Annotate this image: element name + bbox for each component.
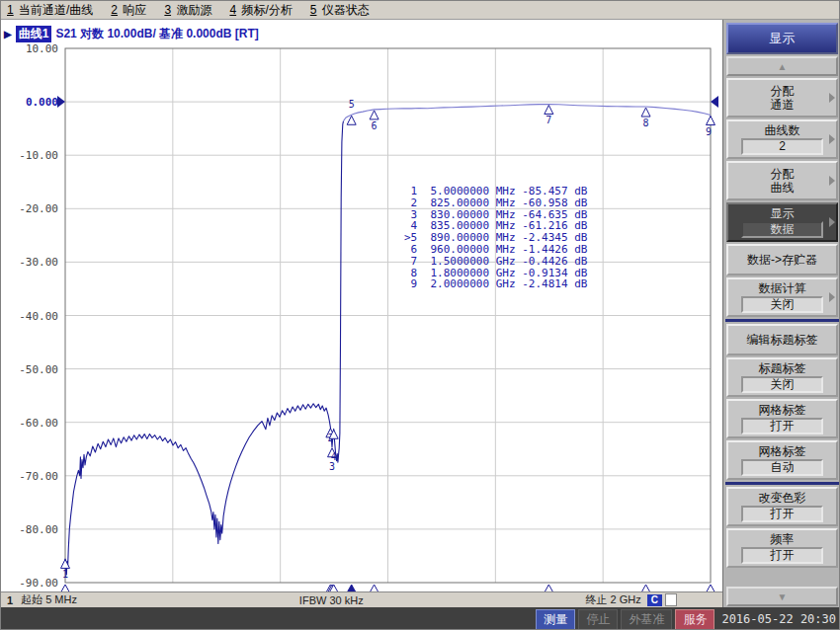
status-measure: 测量 xyxy=(536,609,575,630)
softkey-value: 自动 xyxy=(741,459,823,476)
marker-7-axis-triangle[interactable] xyxy=(544,585,553,591)
softkey-label: 标题标签 xyxy=(759,361,806,375)
marker-6-axis-triangle[interactable] xyxy=(370,585,379,591)
softkey-frequency[interactable]: 频率打开 xyxy=(726,528,838,568)
stop-frequency-label: 终止 2 GHz xyxy=(586,592,641,607)
softkey-change-color[interactable]: 改变色彩打开 xyxy=(726,487,838,526)
softkey-label: 网格标签 xyxy=(759,444,806,458)
softkey-value: 关闭 xyxy=(741,376,823,393)
active-trace-pointer-icon: ▶ xyxy=(4,29,12,39)
softkey-label: 曲线数 xyxy=(765,123,800,137)
marker-5-axis-triangle[interactable] xyxy=(347,585,357,591)
marker-7-label: 7 xyxy=(546,115,551,125)
submenu-arrow-icon xyxy=(829,217,835,227)
softkey-scroll-up-button[interactable]: ▲ xyxy=(726,56,838,76)
y-axis-tick-label: -90.00 xyxy=(19,577,58,590)
y-axis-tick-label: -80.00 xyxy=(19,523,58,536)
menu-item-2[interactable]: 2 响应 xyxy=(111,2,146,19)
softkey-grid-label[interactable]: 网格标签打开 xyxy=(726,399,838,438)
marker-1-label: 1 xyxy=(62,569,68,580)
submenu-arrow-icon xyxy=(829,176,835,186)
y-axis-tick-label: -60.00 xyxy=(19,417,58,430)
marker-row-6: 6 960.00000 MHz -1.4426 dB xyxy=(404,244,587,256)
softkey-label: 频率 xyxy=(771,532,795,546)
marker-row-7: 7 1.5000000 GHz -0.4426 dB xyxy=(404,256,587,268)
menu-item-5[interactable]: 5 仪器状态 xyxy=(310,2,370,19)
s21-chart: 10.000.000-10.00-20.00-30.00-40.00-50.00… xyxy=(1,20,722,591)
start-frequency-label: 起始 5 MHz xyxy=(21,592,77,607)
status-stop: 停止 xyxy=(578,609,618,630)
softkey-value: 打开 xyxy=(741,418,823,434)
calibration-badge: C xyxy=(647,594,662,606)
frequency-bar: 1 起始 5 MHz IFBW 30 kHz 终止 2 GHz C xyxy=(1,591,722,607)
softkey-title-label[interactable]: 标题标签关闭 xyxy=(726,357,838,397)
softkey-allocate-trace[interactable]: 分配曲线 xyxy=(726,161,838,200)
submenu-arrow-icon xyxy=(829,93,835,103)
softkey-value: 打开 xyxy=(741,547,823,564)
marker-row-9: 9 2.0000000 GHz -2.4814 dB xyxy=(404,278,587,290)
y-axis-tick-label: -70.00 xyxy=(19,470,58,483)
calibration-indicator-box xyxy=(665,593,677,606)
menu-item-4[interactable]: 4 频标/分析 xyxy=(229,2,292,19)
y-axis-tick-label: -40.00 xyxy=(19,310,58,323)
softkey-button-list: 分配通道曲线数2分配曲线显示数据数据->存贮器数据计算关闭编辑标题标签标题标签关… xyxy=(725,77,839,569)
softkey-label: 通道 xyxy=(771,98,795,112)
softkey-label: 分配 xyxy=(771,84,795,98)
marker-readout-table: 1 5.0000000 MHz -85.457 dB 2 825.00000 M… xyxy=(404,186,587,290)
marker-6-label: 6 xyxy=(372,120,378,131)
softkey-sidebar: 显示 ▲ 分配通道曲线数2分配曲线显示数据数据->存贮器数据计算关闭编辑标题标签… xyxy=(722,20,840,607)
trace-name-chip[interactable]: 曲线1 xyxy=(16,26,52,42)
softkey-display-data[interactable]: 显示数据 xyxy=(726,202,838,242)
status-indicators: 测量停止外基准服务 xyxy=(536,609,714,630)
menu-item-1[interactable]: 1 当前通道/曲线 xyxy=(7,2,93,19)
marker-3-label: 3 xyxy=(329,461,335,472)
menu-item-3[interactable]: 3 激励源 xyxy=(164,2,211,19)
ifbw-label: IFBW 30 kHz xyxy=(299,594,364,606)
softkey-allocate-channel[interactable]: 分配通道 xyxy=(726,78,838,118)
softkey-label: 改变色彩 xyxy=(759,491,806,505)
softkey-group-separator xyxy=(725,319,839,322)
marker-8-axis-triangle[interactable] xyxy=(641,585,651,591)
reference-level-pointer-left-icon xyxy=(57,96,65,108)
softkey-label: 数据->存贮器 xyxy=(747,253,817,267)
softkey-data-math[interactable]: 数据计算关闭 xyxy=(726,277,838,317)
softkey-group-separator xyxy=(725,482,839,485)
marker-8-label: 8 xyxy=(643,118,649,128)
softkey-label: 编辑标题标签 xyxy=(747,333,818,347)
marker-9-label: 9 xyxy=(706,126,712,137)
softkey-edit-title-label[interactable]: 编辑标题标签 xyxy=(726,324,838,355)
vna-application-window: { "menu_bar": { "items": [ {"key": "1", … xyxy=(0,0,840,630)
marker-9-axis-triangle[interactable] xyxy=(706,585,715,591)
softkey-value: 数据 xyxy=(741,221,823,238)
marker-4-label: 4 xyxy=(331,451,337,462)
trace-settings-text: S21 对数 10.00dB/ 基准 0.000dB [RT] xyxy=(55,26,258,42)
softkey-label: 曲线 xyxy=(771,181,795,195)
y-axis-tick-label: -20.00 xyxy=(19,202,58,215)
softkey-label: 数据计算 xyxy=(759,281,806,295)
softkey-grid-label-auto[interactable]: 网格标签自动 xyxy=(726,440,838,480)
marker-row-2: 2 825.00000 MHz -60.958 dB xyxy=(404,197,587,209)
softkey-scroll-down-button[interactable]: ▼ xyxy=(726,587,838,606)
y-axis-tick-label: 0.000 xyxy=(26,96,58,109)
softkey-label: 网格标签 xyxy=(759,403,806,417)
submenu-arrow-icon xyxy=(829,292,835,302)
softkey-data-to-memory[interactable]: 数据->存贮器 xyxy=(726,244,838,276)
reference-level-pointer-right-icon xyxy=(711,96,718,108)
softkey-trace-count[interactable]: 曲线数2 xyxy=(726,119,838,159)
y-axis-tick-label: 10.00 xyxy=(26,42,58,55)
softkey-value: 关闭 xyxy=(741,296,823,313)
trace-status-line: ▶ 曲线1 S21 对数 10.00dB/ 基准 0.000dB [RT] xyxy=(4,26,259,42)
y-axis-tick-label: -30.00 xyxy=(19,256,58,269)
status-service: 服务 xyxy=(675,609,714,630)
status-ext-ref: 外基准 xyxy=(621,609,672,630)
graticule-region: 10.000.000-10.00-20.00-30.00-40.00-50.00… xyxy=(1,20,722,591)
softkey-value: 2 xyxy=(741,138,823,155)
marker-1-axis-triangle[interactable] xyxy=(60,585,70,591)
softkey-label: 显示 xyxy=(771,206,795,220)
y-axis-tick-label: -50.00 xyxy=(19,363,58,376)
datetime-label: 2016-05-22 20:30 xyxy=(721,612,836,626)
status-bar: 测量停止外基准服务 2016-05-22 20:30 xyxy=(1,607,840,630)
softkey-menu-title: 显示 xyxy=(726,23,838,54)
submenu-arrow-icon xyxy=(829,134,835,144)
softkey-label: 分配 xyxy=(771,167,795,181)
